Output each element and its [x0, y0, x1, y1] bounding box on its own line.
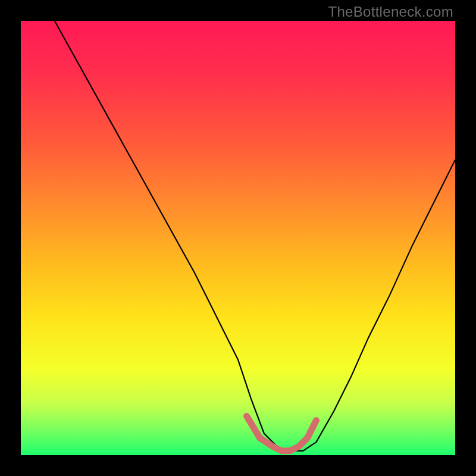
- chart-svg: [21, 21, 455, 455]
- gradient-background: [21, 21, 455, 455]
- chart-frame: TheBottleneck.com: [0, 0, 476, 476]
- watermark-text: TheBottleneck.com: [328, 4, 453, 20]
- plot-area: [21, 21, 455, 455]
